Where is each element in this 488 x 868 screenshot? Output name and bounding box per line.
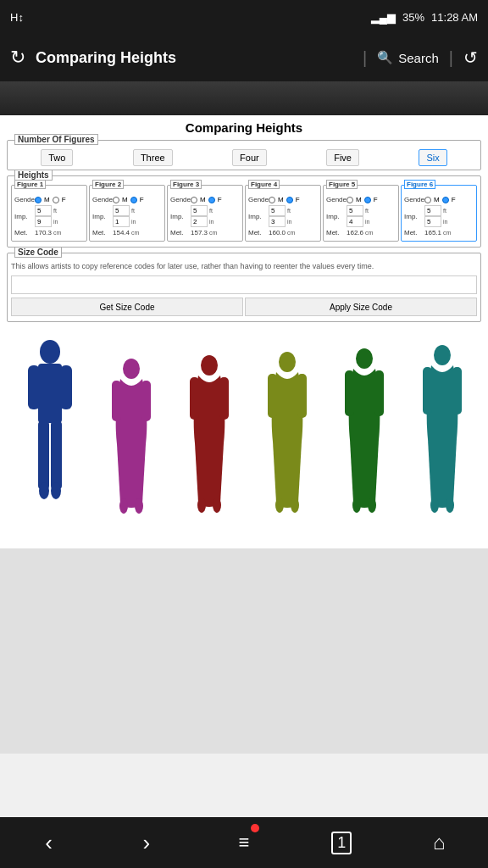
svg-rect-25 xyxy=(374,370,384,416)
svg-point-12 xyxy=(135,498,143,514)
svg-point-21 xyxy=(275,498,284,513)
figure-4-label: Figure 4 xyxy=(248,180,280,189)
forward-icon: › xyxy=(142,830,150,856)
figure-1-met: 170.3 xyxy=(35,229,52,236)
silhouette-3 xyxy=(183,352,236,540)
app-title: Comparing Heights xyxy=(36,49,352,67)
figure-5-met: 162.6 xyxy=(347,229,363,236)
app-icon: ↻ xyxy=(10,47,25,69)
figure-3-ft[interactable] xyxy=(191,205,208,216)
figure-2-ft[interactable] xyxy=(113,205,130,216)
svg-rect-20 xyxy=(297,374,307,418)
search-button[interactable]: 🔍 Search xyxy=(377,50,439,65)
figure-1-ft[interactable] xyxy=(35,205,52,216)
figure-3-female-radio[interactable] xyxy=(208,197,215,203)
menu-button[interactable]: ≡ xyxy=(219,817,269,868)
figure-5-female-radio[interactable] xyxy=(364,197,371,203)
figure-6-male-radio[interactable] xyxy=(424,197,431,203)
svg-rect-29 xyxy=(423,367,432,415)
tabs-icon: 1 xyxy=(331,832,352,854)
divider-2: | xyxy=(449,48,453,68)
svg-point-31 xyxy=(430,498,439,513)
svg-rect-1 xyxy=(38,364,62,423)
svg-rect-15 xyxy=(219,377,229,420)
svg-point-26 xyxy=(352,498,361,513)
size-code-buttons: Get Size Code Apply Size Code xyxy=(11,298,477,316)
figure-5-label: Figure 5 xyxy=(326,180,358,189)
heights-section: Heights Figure 1 Gender: M F Imp. xyxy=(7,175,481,248)
figure-3-box: Figure 3 Gender: M F Imp. ft xyxy=(167,185,243,242)
num-figures-row: Two Three Four Five Six xyxy=(11,149,477,166)
silhouette-6 xyxy=(416,342,469,540)
figure-5-box: Figure 5 Gender: M F Imp. ft xyxy=(323,185,399,242)
search-icon: 🔍 xyxy=(377,50,393,65)
silhouette-1 xyxy=(19,337,80,540)
svg-point-17 xyxy=(213,498,221,513)
svg-point-23 xyxy=(356,348,373,369)
figure-2-box: Figure 2 Gender: M F Imp. ft xyxy=(89,185,165,242)
figure-1-in[interactable] xyxy=(35,216,52,227)
num-figures-label: Number Of Figures xyxy=(14,134,98,145)
figure-4-ft[interactable] xyxy=(269,205,286,216)
size-code-label: Size Code xyxy=(14,247,62,258)
apply-size-code-button[interactable]: Apply Size Code xyxy=(245,298,477,316)
figure-3-in[interactable] xyxy=(191,216,208,227)
svg-point-32 xyxy=(446,498,454,513)
tabs-count: 1 xyxy=(337,834,346,851)
num-five-button[interactable]: Five xyxy=(326,149,359,166)
figure-4-in[interactable] xyxy=(269,216,286,227)
figure-4-female-radio[interactable] xyxy=(286,197,293,203)
svg-rect-19 xyxy=(268,374,277,418)
figure-5-in[interactable] xyxy=(347,216,363,227)
num-figures-section: Number Of Figures Two Three Four Five Si… xyxy=(7,140,481,170)
figure-1-box: Figure 1 Gender: M F Imp. ft xyxy=(11,185,87,242)
figure-3-label: Figure 3 xyxy=(170,180,202,189)
forward-button[interactable]: › xyxy=(121,817,172,868)
num-four-button[interactable]: Four xyxy=(232,149,267,166)
figure-6-in[interactable] xyxy=(424,216,441,227)
figure-1-male-radio[interactable] xyxy=(35,197,42,203)
svg-rect-10 xyxy=(141,381,151,421)
back-icon: ‹ xyxy=(45,830,53,856)
num-three-button[interactable]: Three xyxy=(133,149,173,166)
tabs-button[interactable]: 1 xyxy=(316,817,367,868)
back-button[interactable]: ‹ xyxy=(24,817,75,868)
size-code-description: This allows artists to copy reference co… xyxy=(11,262,477,270)
svg-rect-9 xyxy=(112,381,121,421)
page-title: Comparing Heights xyxy=(7,120,481,135)
svg-point-13 xyxy=(201,355,218,376)
figure-4-box: Figure 4 Gender: M F Imp. ft xyxy=(245,185,321,242)
signal-bars: ▂▄▆ xyxy=(371,11,396,24)
get-size-code-button[interactable]: Get Size Code xyxy=(11,298,243,316)
svg-point-6 xyxy=(39,482,49,499)
silhouette-5 xyxy=(338,345,391,540)
figure-5-male-radio[interactable] xyxy=(347,197,353,203)
svg-rect-30 xyxy=(452,367,462,415)
figure-6-box: Figure 6 Gender: M F Imp. ft xyxy=(401,185,477,242)
figure-1-female-radio[interactable] xyxy=(53,197,59,203)
num-two-button[interactable]: Two xyxy=(41,149,73,166)
battery-pct: 35% xyxy=(402,11,424,24)
refresh-icon[interactable]: ↺ xyxy=(463,47,478,68)
figure-5-ft[interactable] xyxy=(347,205,363,216)
svg-point-7 xyxy=(51,482,61,499)
figure-3-male-radio[interactable] xyxy=(191,197,197,203)
svg-point-28 xyxy=(434,345,451,365)
svg-rect-24 xyxy=(345,370,354,416)
figure-4-male-radio[interactable] xyxy=(269,197,275,203)
svg-rect-4 xyxy=(38,421,49,489)
svg-point-11 xyxy=(119,498,128,514)
svg-rect-5 xyxy=(51,421,62,489)
figure-6-female-radio[interactable] xyxy=(442,197,449,203)
notification-dot xyxy=(251,824,259,832)
figure-6-ft[interactable] xyxy=(424,205,441,216)
size-code-input[interactable] xyxy=(11,275,477,294)
figure-2-male-radio[interactable] xyxy=(113,197,119,203)
svg-point-16 xyxy=(197,498,206,513)
num-six-button[interactable]: Six xyxy=(419,149,446,166)
figure-2-in[interactable] xyxy=(113,216,130,227)
figure-2-female-radio[interactable] xyxy=(130,197,137,203)
figures-row: Figure 1 Gender: M F Imp. ft xyxy=(11,185,477,242)
figure-2-met: 154.4 xyxy=(113,229,130,236)
home-button[interactable]: ⌂ xyxy=(413,817,464,868)
